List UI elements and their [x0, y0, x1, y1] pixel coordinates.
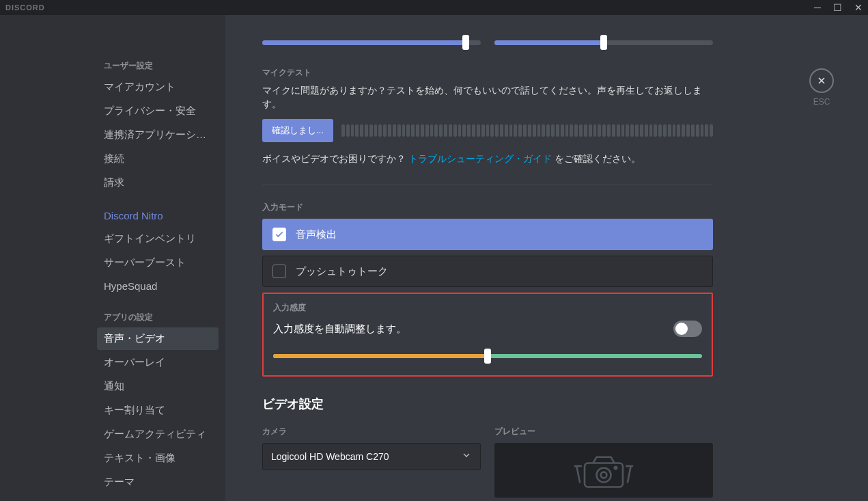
- divider: [262, 185, 713, 185]
- video-settings-title: ビデオ設定: [262, 396, 713, 412]
- nav-keybinds[interactable]: キー割り当て: [97, 399, 219, 422]
- troubleshoot-link[interactable]: トラブルシューティング・ガイド: [408, 153, 552, 164]
- chevron-down-icon: [461, 450, 472, 463]
- nav-privacy[interactable]: プライバシー・安全: [97, 100, 219, 122]
- camera-label: カメラ: [262, 426, 481, 437]
- auto-sensitivity-toggle[interactable]: [673, 321, 702, 337]
- nav-my-account[interactable]: マイアカウント: [97, 76, 219, 98]
- nav-overlay[interactable]: オーバーレイ: [97, 351, 219, 374]
- output-volume-slider[interactable]: [494, 36, 713, 49]
- nav-text-images[interactable]: テキスト・画像: [97, 447, 219, 470]
- settings-content: ESC マイクテスト マイクに問題がありますか？テストを始め、何でもいいので話し…: [225, 15, 868, 501]
- svg-point-2: [601, 472, 607, 478]
- window-controls: ─ ☐ ✕: [814, 2, 863, 13]
- sensitivity-slider[interactable]: [273, 349, 702, 363]
- camera-value: Logicool HD Webcam C270: [271, 451, 389, 462]
- maximize-button[interactable]: ☐: [833, 2, 842, 13]
- input-volume-slider[interactable]: [262, 36, 481, 49]
- nav-hypesquad[interactable]: HypeSquad: [97, 275, 219, 297]
- nav-theme[interactable]: テーマ: [97, 471, 219, 493]
- close-settings[interactable]: ESC: [809, 68, 834, 107]
- sensitivity-desc: 入力感度を自動調整します。: [273, 323, 406, 336]
- checkbox-icon: [272, 265, 286, 278]
- esc-label: ESC: [809, 97, 834, 107]
- close-button[interactable]: ✕: [854, 2, 863, 13]
- sidebar-section-app: アプリの設定: [97, 308, 219, 327]
- nav-server-boost[interactable]: サーバーブースト: [97, 252, 219, 274]
- input-mode-push-to-talk[interactable]: プッシュトゥトーク: [262, 256, 713, 287]
- radio-label: 音声検出: [296, 228, 337, 241]
- svg-point-1: [597, 468, 611, 483]
- nav-connections[interactable]: 接続: [97, 148, 219, 170]
- camera-preview: [494, 443, 713, 498]
- troubleshoot-help: ボイスやビデオでお困りですか？ トラブルシューティング・ガイド をご確認ください…: [262, 153, 713, 165]
- svg-point-3: [615, 467, 617, 470]
- settings-sidebar: ユーザー設定 マイアカウント プライバシー・安全 連携済アプリケーショ... 接…: [0, 15, 225, 501]
- mic-test-desc: マイクに問題がありますか？テストを始め、何でもいいので話してください。声を再生し…: [262, 84, 713, 111]
- toggle-knob: [675, 323, 688, 335]
- sensitivity-label: 入力感度: [273, 302, 702, 314]
- camera-icon: [566, 446, 641, 494]
- nav-connections-apps[interactable]: 連携済アプリケーショ...: [97, 124, 219, 146]
- mic-level-meter: [341, 124, 713, 137]
- nav-nitro[interactable]: Discord Nitro: [97, 205, 219, 226]
- mic-test-button[interactable]: 確認しまし...: [262, 119, 333, 142]
- sensitivity-highlight: 入力感度 入力感度を自動調整します。: [262, 293, 713, 377]
- app-logo: DISCORD: [5, 3, 45, 12]
- input-mode-voice-activity[interactable]: 音声検出: [262, 219, 713, 250]
- sidebar-section-user: ユーザー設定: [97, 56, 219, 76]
- nav-gift-inventory[interactable]: ギフトインベントリ: [97, 228, 219, 250]
- nav-billing[interactable]: 請求: [97, 172, 219, 194]
- camera-select[interactable]: Logicool HD Webcam C270: [262, 443, 481, 470]
- close-icon[interactable]: [809, 68, 834, 93]
- mic-test-label: マイクテスト: [262, 67, 713, 79]
- nav-notifications[interactable]: 通知: [97, 375, 219, 398]
- checkbox-icon: [272, 228, 286, 241]
- preview-label: プレビュー: [494, 426, 713, 437]
- titlebar: DISCORD ─ ☐ ✕: [0, 0, 868, 15]
- input-mode-label: 入力モード: [262, 202, 713, 213]
- minimize-button[interactable]: ─: [814, 2, 821, 13]
- nav-streamer-mode[interactable]: 配信モード: [97, 495, 219, 501]
- nav-voice-video[interactable]: 音声・ビデオ: [97, 327, 219, 350]
- nav-game-activity[interactable]: ゲームアクティビティ: [97, 423, 219, 446]
- radio-label: プッシュトゥトーク: [296, 265, 388, 278]
